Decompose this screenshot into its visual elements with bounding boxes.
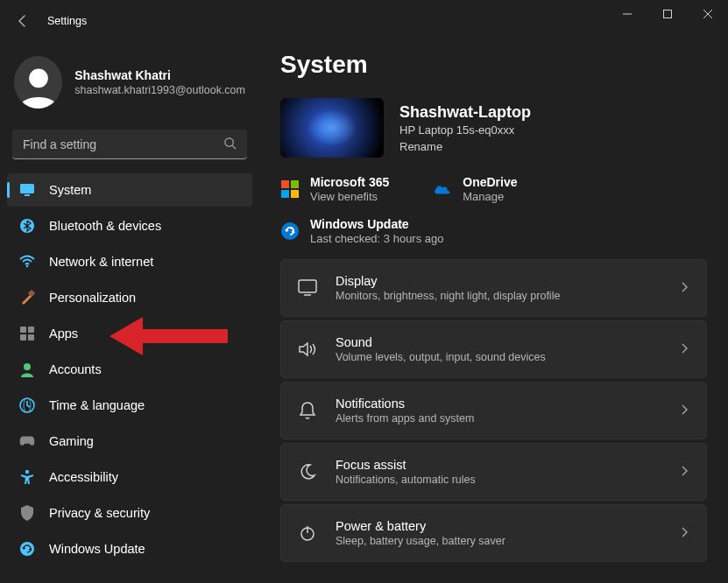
moon-icon xyxy=(297,463,318,481)
user-email: shashwat.khatri1993@outlook.com xyxy=(74,84,245,96)
search-icon xyxy=(223,137,237,152)
display-icon xyxy=(297,279,318,297)
nav-label: Apps xyxy=(49,327,78,341)
settings-card-notifications[interactable]: Notifications Alerts from apps and syste… xyxy=(280,382,707,439)
svg-point-4 xyxy=(29,69,48,88)
bell-icon xyxy=(297,401,318,420)
quick-onedrive-sub[interactable]: Manage xyxy=(463,190,517,203)
svg-rect-24 xyxy=(291,190,299,198)
card-title: Focus assist xyxy=(336,458,661,472)
quick-update[interactable]: Windows Update Last checked: 3 hours ago xyxy=(280,217,444,245)
card-title: Display xyxy=(336,274,661,288)
nav-label: Time & language xyxy=(49,398,145,412)
svg-rect-8 xyxy=(25,194,30,196)
quick-update-sub: Last checked: 3 hours ago xyxy=(310,232,444,245)
minimize-button[interactable] xyxy=(607,0,647,28)
card-title: Sound xyxy=(336,335,661,349)
avatar xyxy=(14,56,62,109)
device-image xyxy=(280,98,384,158)
sidebar-item-system[interactable]: System xyxy=(7,173,252,207)
device-model: HP Laptop 15s-eq0xxx xyxy=(399,123,531,137)
onedrive-icon xyxy=(433,179,452,199)
nav-label: Bluetooth & devices xyxy=(49,219,161,233)
search-box[interactable] xyxy=(12,130,247,159)
quick-links-row-1: Microsoft 365 View benefits OneDrive Man… xyxy=(280,175,707,203)
sidebar-item-accounts[interactable]: Accounts xyxy=(7,353,252,386)
accessibility-icon xyxy=(19,469,35,485)
svg-rect-13 xyxy=(28,327,34,333)
bluetooth-icon xyxy=(19,218,35,234)
card-title: Notifications xyxy=(336,397,661,411)
update-icon xyxy=(280,221,300,241)
brush-icon xyxy=(19,290,35,306)
svg-rect-26 xyxy=(299,280,316,292)
sidebar-item-network-internet[interactable]: Network & internet xyxy=(7,245,252,278)
svg-rect-22 xyxy=(291,180,299,188)
nav-label: Gaming xyxy=(49,434,94,448)
settings-card-power-battery[interactable]: Power & battery Sleep, battery usage, ba… xyxy=(280,504,707,562)
back-button[interactable] xyxy=(16,14,42,28)
quick-m365-sub[interactable]: View benefits xyxy=(310,190,389,203)
svg-line-6 xyxy=(232,145,236,149)
sidebar-item-time-language[interactable]: Time & language xyxy=(7,389,252,422)
sidebar-item-windows-update[interactable]: Windows Update xyxy=(7,532,252,565)
sidebar-item-bluetooth-devices[interactable]: Bluetooth & devices xyxy=(7,209,252,242)
svg-rect-14 xyxy=(20,334,26,341)
quick-update-title: Windows Update xyxy=(310,217,444,231)
gamepad-icon xyxy=(19,433,35,449)
chevron-right-icon xyxy=(678,342,690,357)
close-button[interactable] xyxy=(688,0,728,28)
window-title: Settings xyxy=(47,15,87,27)
svg-point-19 xyxy=(25,470,29,474)
quick-onedrive[interactable]: OneDrive Manage xyxy=(433,175,517,203)
nav-label: Privacy & security xyxy=(49,506,150,520)
card-subtitle: Monitors, brightness, night light, displ… xyxy=(336,290,661,302)
nav-label: Network & internet xyxy=(49,255,153,269)
search-input[interactable] xyxy=(23,137,223,151)
sidebar-item-gaming[interactable]: Gaming xyxy=(7,425,252,458)
device-name: Shashwat-Laptop xyxy=(399,103,531,122)
svg-rect-21 xyxy=(281,180,289,188)
page-title: System xyxy=(280,51,707,79)
svg-rect-1 xyxy=(664,11,672,18)
sidebar: Shashwat Khatri shashwat.khatri1993@outl… xyxy=(0,42,263,583)
svg-point-25 xyxy=(281,222,299,240)
svg-point-10 xyxy=(26,265,29,268)
sidebar-item-privacy-security[interactable]: Privacy & security xyxy=(7,496,252,530)
settings-card-display[interactable]: Display Monitors, brightness, night ligh… xyxy=(280,259,707,317)
clock-globe-icon xyxy=(19,397,35,413)
settings-card-focus-assist[interactable]: Focus assist Notifications, automatic ru… xyxy=(280,443,707,501)
update-icon xyxy=(19,541,35,557)
card-title: Power & battery xyxy=(336,519,661,533)
sidebar-item-accessibility[interactable]: Accessibility xyxy=(7,460,252,494)
chevron-right-icon xyxy=(678,465,690,480)
user-profile[interactable]: Shashwat Khatri shashwat.khatri1993@outl… xyxy=(7,49,252,123)
svg-point-20 xyxy=(20,542,34,556)
svg-rect-23 xyxy=(281,190,289,198)
m365-icon xyxy=(280,179,300,199)
chevron-right-icon xyxy=(678,526,690,541)
quick-links-row-2: Windows Update Last checked: 3 hours ago xyxy=(280,217,707,245)
chevron-right-icon xyxy=(678,281,690,296)
svg-rect-7 xyxy=(20,184,34,193)
shield-icon xyxy=(19,505,35,521)
maximize-button[interactable] xyxy=(647,0,688,28)
nav-label: System xyxy=(49,183,91,197)
quick-onedrive-title: OneDrive xyxy=(463,175,517,189)
svg-rect-15 xyxy=(28,334,34,341)
nav-label: Accessibility xyxy=(49,470,118,484)
rename-link[interactable]: Rename xyxy=(399,140,531,153)
quick-m365[interactable]: Microsoft 365 View benefits xyxy=(280,175,389,203)
nav-label: Personalization xyxy=(49,291,136,305)
sidebar-item-personalization[interactable]: Personalization xyxy=(7,281,252,314)
svg-point-16 xyxy=(24,363,31,370)
nav-label: Windows Update xyxy=(49,542,145,556)
card-subtitle: Alerts from apps and system xyxy=(336,412,661,425)
sidebar-item-apps[interactable]: Apps xyxy=(7,317,252,350)
svg-rect-12 xyxy=(20,327,26,333)
display-icon xyxy=(19,182,35,198)
user-name: Shashwat Khatri xyxy=(74,68,245,82)
wifi-icon xyxy=(19,254,35,270)
quick-m365-title: Microsoft 365 xyxy=(310,175,389,189)
settings-card-sound[interactable]: Sound Volume levels, output, input, soun… xyxy=(280,320,707,378)
